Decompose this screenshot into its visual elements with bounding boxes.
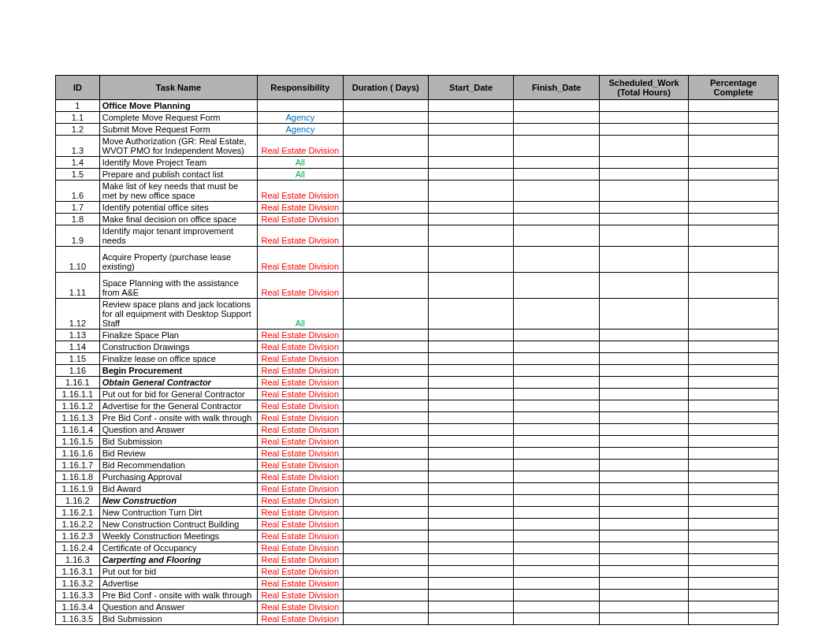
cell-percent-complete: [689, 507, 779, 519]
cell-responsibility: Real Estate Division: [258, 436, 343, 448]
cell-task: Space Planning with the assistance from …: [99, 273, 257, 299]
cell-percent-complete: [689, 389, 779, 400]
cell-duration: [343, 436, 428, 448]
cell-responsibility: Real Estate Division: [258, 590, 343, 601]
table-row: 1.16.1.4Question and AnswerReal Estate D…: [56, 424, 779, 436]
cell-finish-date: [514, 341, 599, 353]
cell-responsibility: Real Estate Division: [258, 225, 343, 247]
cell-percent-complete: [689, 377, 779, 389]
cell-finish-date: [514, 542, 599, 554]
cell-duration: [343, 225, 428, 247]
col-header-dur: Duration ( Days): [343, 76, 428, 100]
cell-task: Complete Move Request Form: [99, 112, 257, 124]
cell-percent-complete: [689, 157, 779, 169]
table-row: 1.8Make final decision on office spaceRe…: [56, 214, 779, 225]
cell-scheduled-work: [599, 100, 689, 112]
table-row: 1.16.1.8Purchasing ApprovalReal Estate D…: [56, 471, 779, 483]
cell-scheduled-work: [599, 225, 689, 247]
cell-start-date: [428, 112, 513, 124]
cell-id: 1.16: [56, 365, 100, 377]
cell-start-date: [428, 202, 513, 214]
table-row: 1.1Complete Move Request FormAgency: [56, 112, 779, 124]
table-row: 1.4Identify Move Project TeamAll: [56, 157, 779, 169]
cell-scheduled-work: [599, 181, 689, 202]
cell-scheduled-work: [599, 578, 689, 590]
cell-id: 1.13: [56, 329, 100, 341]
cell-percent-complete: [689, 519, 779, 530]
cell-responsibility: Real Estate Division: [258, 519, 343, 530]
cell-start-date: [428, 542, 513, 554]
cell-start-date: [428, 329, 513, 341]
cell-duration: [343, 530, 428, 542]
cell-start-date: [428, 495, 513, 507]
table-row: 1.15Finalize lease on office spaceReal E…: [56, 353, 779, 365]
table-row: 1.16.2.2New Construction Contruct Buildi…: [56, 519, 779, 530]
cell-finish-date: [514, 400, 599, 412]
cell-task: Bid Submission: [99, 613, 257, 625]
cell-task: Certificate of Occupancy: [99, 542, 257, 554]
cell-id: 1.16.1.6: [56, 448, 100, 460]
cell-responsibility: Real Estate Division: [258, 365, 343, 377]
cell-start-date: [428, 157, 513, 169]
cell-task: Put out for bid: [99, 566, 257, 578]
cell-start-date: [428, 519, 513, 530]
cell-id: 1.15: [56, 353, 100, 365]
cell-task: Identify major tenant improvement needs: [99, 225, 257, 247]
cell-start-date: [428, 169, 513, 181]
cell-percent-complete: [689, 460, 779, 471]
cell-task: Submit Move Request Form: [99, 124, 257, 136]
table-row: 1.13Finalize Space PlanReal Estate Divis…: [56, 329, 779, 341]
cell-task: Bid Award: [99, 483, 257, 495]
cell-task: Put out for bid for General Contractor: [99, 389, 257, 400]
cell-id: 1.16.3: [56, 554, 100, 566]
cell-finish-date: [514, 136, 599, 157]
table-row: 1.16Begin ProcurementReal Estate Divisio…: [56, 365, 779, 377]
cell-id: 1.16.2.4: [56, 542, 100, 554]
cell-task: Pre Bid Conf - onsite with walk through: [99, 412, 257, 424]
cell-percent-complete: [689, 436, 779, 448]
cell-task: Finalize Space Plan: [99, 329, 257, 341]
cell-percent-complete: [689, 578, 779, 590]
cell-task: Construction Drawings: [99, 341, 257, 353]
cell-responsibility: Real Estate Division: [258, 578, 343, 590]
cell-task: Question and Answer: [99, 424, 257, 436]
cell-finish-date: [514, 471, 599, 483]
cell-start-date: [428, 400, 513, 412]
cell-task: Obtain General Contractor: [99, 377, 257, 389]
cell-scheduled-work: [599, 613, 689, 625]
table-row: 1.16.3.4Question and AnswerReal Estate D…: [56, 601, 779, 613]
cell-id: 1.16.2: [56, 495, 100, 507]
cell-duration: [343, 507, 428, 519]
cell-finish-date: [514, 412, 599, 424]
cell-task: Pre Bid Conf - onsite with walk through: [99, 590, 257, 601]
cell-scheduled-work: [599, 202, 689, 214]
cell-id: 1.12: [56, 299, 100, 329]
cell-scheduled-work: [599, 424, 689, 436]
cell-responsibility: Real Estate Division: [258, 601, 343, 613]
cell-percent-complete: [689, 299, 779, 329]
cell-task: Office Move Planning: [99, 100, 257, 112]
table-row: 1.10Acquire Property (purchase lease exi…: [56, 247, 779, 273]
cell-percent-complete: [689, 613, 779, 625]
cell-duration: [343, 365, 428, 377]
table-row: 1.6Make list of key needs that must be m…: [56, 181, 779, 202]
cell-responsibility: Real Estate Division: [258, 507, 343, 519]
cell-task: Purchasing Approval: [99, 471, 257, 483]
cell-scheduled-work: [599, 329, 689, 341]
cell-start-date: [428, 460, 513, 471]
cell-task: New Construction Contruct Building: [99, 519, 257, 530]
cell-finish-date: [514, 100, 599, 112]
cell-finish-date: [514, 169, 599, 181]
cell-task: Review space plans and jack locations fo…: [99, 299, 257, 329]
cell-finish-date: [514, 613, 599, 625]
table-row: 1.7Identify potential office sitesReal E…: [56, 202, 779, 214]
table-row: 1.16.1.1Put out for bid for General Cont…: [56, 389, 779, 400]
cell-percent-complete: [689, 495, 779, 507]
cell-id: 1.16.3.5: [56, 613, 100, 625]
table-row: 1.16.1.3Pre Bid Conf - onsite with walk …: [56, 412, 779, 424]
cell-id: 1.3: [56, 136, 100, 157]
cell-responsibility: Real Estate Division: [258, 389, 343, 400]
cell-scheduled-work: [599, 448, 689, 460]
cell-scheduled-work: [599, 460, 689, 471]
cell-scheduled-work: [599, 483, 689, 495]
